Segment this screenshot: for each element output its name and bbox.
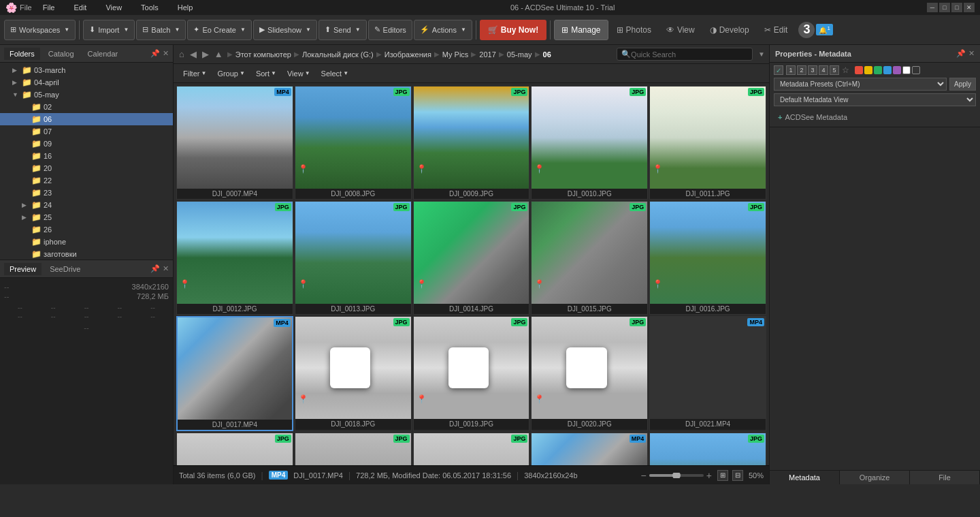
color-dark[interactable] (912, 66, 920, 74)
color-blue[interactable] (883, 66, 892, 74)
nav-up-button[interactable]: ▲ (213, 48, 225, 61)
thumbnail-item[interactable]: JPG📍DJI_0011.JPG (649, 86, 766, 200)
menu-file[interactable]: File (20, 3, 32, 12)
folder-item-05-may[interactable]: ▼📁05-may (0, 89, 173, 101)
view-button[interactable]: 👁 View (659, 20, 702, 40)
folder-item-20[interactable]: 📁20 (0, 162, 173, 174)
buy-now-button[interactable]: 🛒 Buy Now! (480, 20, 546, 40)
thumbnail-item[interactable]: JPG📍DJI_0018.JPG (295, 316, 412, 431)
folder-item-заготовки[interactable]: 📁заготовки (0, 248, 173, 260)
acdsee-meta-section[interactable]: + ACDSee Metadata (778, 113, 972, 121)
folder-item-23[interactable]: 📁23 (0, 187, 173, 199)
props-close-icon[interactable]: ✕ (968, 49, 975, 58)
bc-mypics[interactable]: My Pics (442, 50, 469, 59)
default-view-select[interactable]: Default Metadata View (774, 93, 976, 106)
color-purple[interactable] (893, 66, 901, 74)
search-input[interactable] (631, 50, 733, 59)
tab-catalog[interactable]: Catalog (43, 48, 80, 60)
tab-file[interactable]: File (910, 471, 980, 484)
zoom-in-button[interactable]: + (706, 470, 712, 481)
bc-2017[interactable]: 2017 (479, 50, 495, 59)
thumbnail-item[interactable]: JPGDJI_0026.JPG (649, 433, 766, 465)
nav-back-button[interactable]: ◀ (189, 48, 198, 61)
workspaces-button[interactable]: ⊞ Workspaces ▼ (4, 20, 76, 40)
zoom-slider[interactable] (649, 473, 704, 478)
thumbnail-item[interactable]: JPGDJI_0022.JPG (176, 433, 293, 465)
panel-pin-icon[interactable]: 📌 (150, 49, 160, 58)
folder-item-22[interactable]: 📁22 (0, 174, 173, 187)
panel-close-icon[interactable]: ✕ (163, 49, 169, 58)
thumbnail-item[interactable]: MP4DJI_0021.MP4 (649, 316, 766, 431)
thumbnail-item[interactable]: JPG📍DJI_0012.JPG (176, 201, 293, 315)
batch-button[interactable]: ⊟ Batch ▼ (136, 20, 186, 40)
thumbnail-item[interactable]: JPG📍DJI_0019.JPG (413, 316, 530, 431)
color-none[interactable] (902, 66, 911, 74)
breadcrumb-dropdown[interactable]: ▼ (758, 50, 765, 58)
notification-badge[interactable]: 🔔1 (816, 24, 832, 35)
restore-button[interactable]: □ (939, 3, 950, 12)
actions-button[interactable]: ⚡ Actions ▼ (414, 20, 472, 40)
photos-button[interactable]: ⊞ Photos (610, 20, 658, 40)
manage-button[interactable]: ⊞ Manage (554, 20, 608, 40)
sort-button[interactable]: Sort ▼ (252, 68, 280, 79)
color-yellow[interactable] (864, 66, 872, 74)
menu-tools[interactable]: Tools (135, 2, 164, 13)
props-checkbox[interactable]: ✓ (774, 65, 783, 75)
folder-item-25[interactable]: ▶📁25 (0, 211, 173, 223)
tab-calendar[interactable]: Calendar (82, 48, 124, 60)
tab-seedrive[interactable]: SeeDrive (44, 263, 86, 275)
folder-item-06[interactable]: 📁06 (0, 113, 173, 125)
folder-item-16[interactable]: 📁16 (0, 150, 173, 162)
filter-button[interactable]: Filter ▼ (179, 68, 210, 79)
bc-05may[interactable]: 05-may (507, 50, 532, 59)
thumbnail-item[interactable]: JPG📍DJI_0016.JPG (649, 201, 766, 315)
thumbnail-item[interactable]: JPGDJI_0024.JPG (413, 433, 530, 465)
thumbnail-item[interactable]: MP4DJI_0017.MP4 (176, 316, 293, 431)
menu-edit[interactable]: Edit (68, 2, 92, 13)
thumbnail-item[interactable]: MP4DJI_0007.MP4 (176, 86, 293, 200)
props-pin-icon[interactable]: 📌 (956, 49, 966, 58)
menu-file[interactable]: File (37, 2, 61, 13)
rating-1[interactable]: 1 (786, 65, 796, 75)
folder-item-09[interactable]: 📁09 (0, 138, 173, 150)
thumbnail-item[interactable]: JPG📍DJI_0009.JPG (413, 86, 530, 200)
menu-help[interactable]: Help (172, 2, 199, 13)
thumbnail-item[interactable]: JPG📍DJI_0008.JPG (295, 86, 412, 200)
develop-button[interactable]: ◑ Develop (703, 20, 756, 40)
view-filter-button[interactable]: View ▼ (283, 68, 314, 79)
preview-close-icon[interactable]: ✕ (163, 264, 169, 273)
rating-4[interactable]: 4 (819, 65, 828, 75)
tab-folders[interactable]: Folders (4, 48, 40, 60)
maximize-button[interactable]: □ (951, 3, 962, 12)
tab-preview[interactable]: Preview (4, 263, 42, 275)
select-button[interactable]: Select ▼ (317, 68, 353, 79)
rating-3[interactable]: 3 (808, 65, 817, 75)
color-red[interactable] (855, 66, 863, 74)
metadata-preset-select[interactable]: Metadata Presets (Ctrl+M) (774, 78, 947, 91)
folder-item-iphone[interactable]: 📁iphone (0, 236, 173, 248)
edit-button[interactable]: ✂ Edit (757, 20, 795, 40)
bc-disk[interactable]: Локальный диск (G:) (302, 50, 374, 59)
folder-item-07[interactable]: 📁07 (0, 125, 173, 138)
editors-button[interactable]: ✎ Editors (368, 20, 412, 40)
search-box[interactable]: 🔍 (617, 48, 753, 61)
folder-tree[interactable]: ▶📁03-march▶📁04-april▼📁05-may📁02📁06📁07📁09… (0, 63, 173, 260)
thumbnail-item[interactable]: JPG📍DJI_0015.JPG (531, 201, 648, 315)
rating-2[interactable]: 2 (797, 65, 806, 75)
thumbnail-item[interactable]: JPG📍DJI_0020.JPG (531, 316, 648, 431)
close-button[interactable]: ✕ (964, 3, 975, 12)
thumbnail-item[interactable]: MP4DJI_0025.MP4 (531, 433, 648, 465)
folder-item-26[interactable]: 📁26 (0, 223, 173, 236)
bc-computer[interactable]: Этот компьютер (235, 50, 291, 59)
folder-item-24[interactable]: ▶📁24 (0, 199, 173, 211)
fit-button[interactable]: ⊞ (717, 470, 728, 481)
group-button[interactable]: Group ▼ (213, 68, 249, 79)
thumbnail-item[interactable]: JPG📍DJI_0013.JPG (295, 201, 412, 315)
zoom-out-button[interactable]: − (641, 470, 647, 481)
thumbnail-item[interactable]: JPGDJI_0023.JPG (295, 433, 412, 465)
thumbnail-item[interactable]: JPG📍DJI_0014.JPG (413, 201, 530, 315)
tab-organize[interactable]: Organize (840, 471, 910, 484)
folder-item-03-march[interactable]: ▶📁03-march (0, 64, 173, 76)
star-icon[interactable]: ☆ (842, 65, 849, 75)
preview-pin-icon[interactable]: 📌 (150, 264, 160, 273)
